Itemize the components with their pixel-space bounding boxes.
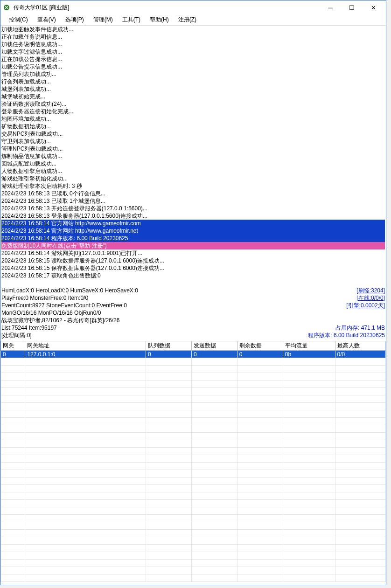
table-row[interactable] [1, 500, 386, 507]
log-line[interactable]: 2024/2/23 16:58:13 已读取 1个城堡信息... [1, 197, 385, 205]
col-header[interactable]: 最高人数 [335, 341, 385, 351]
table-row[interactable] [1, 470, 386, 477]
table-row[interactable] [1, 358, 386, 366]
log-line[interactable]: 行会列表加载成功... [1, 78, 385, 85]
table-cell [191, 560, 237, 567]
log-line[interactable]: 管理员列表加载成功... [1, 70, 385, 78]
col-header[interactable]: 发送数据 [191, 341, 237, 351]
table-row[interactable] [1, 448, 386, 455]
log-line[interactable]: 正在加载公告提示信息... [1, 55, 385, 63]
log-line[interactable]: 游戏处理引擎本次启动耗时: 3 秒 [1, 182, 385, 190]
log-line[interactable]: 2024/2/23 16:58:13 登录服务器(127.0.0.1:5600)… [1, 212, 385, 220]
table-row[interactable] [1, 515, 386, 522]
stat-monster-refresh[interactable]: [刷怪:3204] [356, 287, 385, 294]
table-row[interactable] [1, 545, 386, 552]
log-line[interactable]: 炼制物品信息加载成功... [1, 152, 385, 160]
log-line[interactable]: 2024/2/23 16:58:14 游戏网关[0](127.0.0.1:900… [1, 249, 385, 257]
menu-manage[interactable]: 管理(M) [89, 16, 118, 24]
table-row[interactable] [1, 522, 386, 530]
menu-register[interactable]: 注册(Z) [174, 16, 201, 24]
table-row[interactable] [1, 373, 386, 380]
table-cell [191, 425, 237, 433]
titlebar[interactable]: 传奇大学01区 [商业版] ─ ☐ ✕ [0, 0, 386, 14]
table-row[interactable] [1, 455, 386, 463]
table-row[interactable] [1, 552, 386, 560]
table-row[interactable] [1, 574, 386, 582]
stat-engine[interactable]: [引擎:0.0002天] [346, 302, 385, 309]
table-row[interactable] [1, 567, 386, 574]
log-line[interactable]: 人物数据引擎启动成功... [1, 167, 385, 175]
table-row[interactable] [1, 492, 386, 500]
close-button[interactable]: ✕ [363, 0, 384, 14]
table-row[interactable] [1, 433, 386, 440]
table-row[interactable] [1, 388, 386, 395]
log-line[interactable]: 地图环境加载成功... [1, 115, 385, 123]
table-row[interactable] [1, 366, 386, 373]
table-cell [283, 425, 335, 433]
stat-online[interactable]: [在线:0/0/0] [356, 294, 385, 302]
table-row[interactable] [1, 560, 386, 567]
log-line[interactable]: 2024/2/23 16:58:13 开始连接登录服务器(127.0.0.1:5… [1, 205, 385, 212]
log-line[interactable]: 交易NPC列表加载成功... [1, 130, 385, 138]
log-line[interactable]: 城堡列表加载成功... [1, 85, 385, 93]
table-row[interactable] [1, 418, 386, 425]
table-row[interactable] [1, 463, 386, 470]
log-line[interactable]: 加载文字过滤信息成功... [1, 48, 385, 55]
table-cell [25, 418, 146, 425]
log-line[interactable]: 2024/2/23 16:58:15 读取数据库服务器(127.0.0.1:60… [1, 257, 385, 264]
log-line[interactable]: 游戏处理引擎初始化成功... [1, 175, 385, 182]
col-header[interactable]: 网关地址 [25, 341, 146, 351]
table-cell [191, 433, 237, 440]
table-row[interactable] [1, 530, 386, 537]
log-line[interactable]: 验证码数据读取成功(24)... [1, 100, 385, 108]
table-cell [237, 560, 283, 567]
maximize-button[interactable]: ☐ [341, 0, 363, 14]
log-line[interactable]: 加载地图触发事件信息成功... [1, 26, 385, 33]
gateway-table[interactable]: 网关网关地址队列数据发送数据剩余数据平均流量最高人数 0127.0.0.1:00… [0, 341, 386, 582]
log-line[interactable]: 免费版限制10人同时在线(点击"帮助-注册") [1, 242, 385, 249]
gateway-table-wrap[interactable]: 网关网关地址队列数据发送数据剩余数据平均流量最高人数 0127.0.0.1:00… [0, 341, 386, 584]
table-row[interactable] [1, 537, 386, 545]
log-line[interactable]: 2024/2/23 16:58:17 获取角色出售数据:0 [1, 272, 385, 279]
table-row[interactable] [1, 485, 386, 492]
col-header[interactable]: 队列数据 [146, 341, 192, 351]
menu-options[interactable]: 选项(P) [61, 16, 89, 24]
table-cell [283, 448, 335, 455]
table-row[interactable] [1, 440, 386, 448]
menu-help[interactable]: 帮助(H) [145, 16, 174, 24]
table-cell [1, 403, 25, 410]
log-line[interactable]: 矿物数据初始成功... [1, 123, 385, 130]
menu-tools[interactable]: 工具(T) [118, 16, 145, 24]
table-cell [25, 515, 146, 522]
table-row[interactable] [1, 477, 386, 485]
table-row[interactable] [1, 410, 386, 418]
menu-control[interactable]: 控制(C) [4, 16, 33, 24]
log-line[interactable]: 回城点配置加载成功... [1, 160, 385, 167]
log-line[interactable]: 2024/2/23 16:58:14 程序版本: 6.00 Build 2023… [1, 235, 385, 242]
log-line[interactable]: 2024/2/23 16:58:14 官方网站 http://www.gameo… [1, 220, 385, 227]
table-cell [1, 373, 25, 380]
col-header[interactable]: 剩余数据 [237, 341, 283, 351]
table-cell [191, 448, 237, 455]
table-row[interactable] [1, 425, 386, 433]
log-area[interactable]: 加载地图触发事件信息成功...正在加载任务说明信息...加载任务说明信息成功..… [0, 26, 386, 286]
minimize-button[interactable]: ─ [320, 0, 341, 14]
log-line[interactable]: 2024/2/23 16:58:14 官方网站 http://www.gameo… [1, 227, 385, 235]
menu-view[interactable]: 查看(V) [33, 16, 61, 24]
table-row[interactable] [1, 403, 386, 410]
log-line[interactable]: 2024/2/23 16:58:15 保存数据库服务器(127.0.0.1:60… [1, 264, 385, 272]
table-row[interactable] [1, 380, 386, 388]
col-header[interactable]: 平均流量 [283, 341, 335, 351]
log-line[interactable]: 登录服务器连接初始化完成... [1, 108, 385, 115]
log-line[interactable]: 管理NPC列表加载成功... [1, 145, 385, 152]
col-header[interactable]: 网关 [1, 341, 25, 351]
log-line[interactable]: 正在加载任务说明信息... [1, 33, 385, 41]
table-row[interactable]: 0127.0.0.1:00000b0/0 [1, 351, 386, 358]
log-line[interactable]: 城堡城初始完成... [1, 93, 385, 100]
table-row[interactable] [1, 507, 386, 515]
log-line[interactable]: 守卫列表加载成功... [1, 138, 385, 145]
log-line[interactable]: 2024/2/23 16:58:13 已读取 0个行会信息... [1, 190, 385, 197]
table-row[interactable] [1, 395, 386, 403]
log-line[interactable]: 加载任务说明信息成功... [1, 41, 385, 48]
log-line[interactable]: 加载公告提示信息成功... [1, 63, 385, 70]
